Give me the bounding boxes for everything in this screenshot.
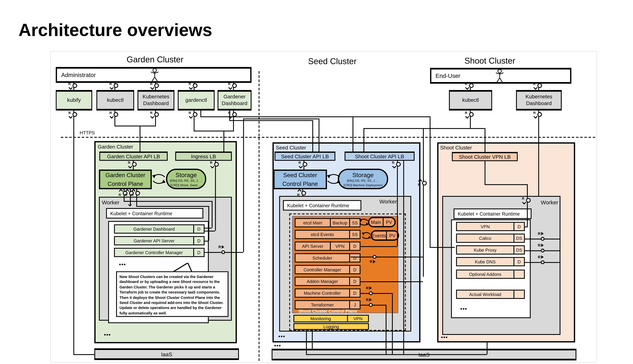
row-mid-badge: Backup	[331, 219, 350, 226]
row-badge: SS	[350, 219, 360, 226]
seed-sync-arrows-icon	[326, 173, 341, 185]
r-arrow-label: R	[370, 260, 377, 264]
garden-control-plane-label: Garden Cluster Control Plane	[100, 171, 150, 188]
row-label: Addon Manager	[296, 278, 350, 285]
garden-api-lb-label: Garden Cluster API LB	[107, 154, 160, 159]
lollipop-interface-icon	[221, 250, 225, 254]
seed-api-lb-label: Seed Cluster API LB	[281, 154, 329, 159]
tool-kubectl-garden: kubectl	[96, 90, 134, 110]
administrator-label: Administrator	[61, 72, 96, 78]
row-badge	[514, 290, 524, 298]
port-icon-r-down: R	[150, 83, 158, 90]
r-arrow-label: R	[538, 232, 545, 236]
connector-line	[204, 241, 208, 242]
row-label: Calico	[457, 234, 514, 242]
tool-kubernetes-dashboard-shoot: Kubernetes Dashboard	[516, 90, 562, 110]
pill-badge: PV	[387, 232, 398, 240]
shoot-row-actual-workload: Actual Workload	[456, 290, 525, 299]
connector-line	[243, 118, 244, 252]
https-boundary-line	[61, 137, 595, 138]
shoot-row-kube-dns: Kube DNS D	[456, 257, 525, 266]
garden-ingress-lb: Ingress LB	[175, 152, 232, 161]
row-label: Actual Workload	[457, 290, 514, 298]
connector-line	[361, 281, 423, 282]
shoot-pod-ellipsis: •••	[460, 306, 467, 312]
etcd-main-sync-icon	[359, 218, 369, 226]
connector-line	[363, 128, 364, 152]
row-label: Optional Addons	[457, 270, 514, 278]
port-icon-r-down: R	[128, 162, 136, 169]
row-label: Monitoring	[294, 316, 348, 322]
connector-line	[392, 293, 393, 354]
row-badge: D	[350, 289, 360, 297]
seed-control-plane: Seed Cluster Control Plane	[273, 170, 327, 189]
r-arrow-label: R	[366, 286, 373, 290]
garden-storage-title: Storage	[167, 172, 205, 178]
garden-storage-k8s: [K8s] DS, RS, SS, J, ...	[167, 178, 205, 183]
connector-line	[200, 110, 201, 116]
row-mid-badge: VPN	[331, 242, 350, 250]
row-badge: D	[350, 254, 360, 262]
port-icon-r-down: R	[392, 162, 400, 169]
connector-line	[423, 128, 424, 277]
garden-cluster-header: Garden Cluster	[127, 55, 183, 64]
connector-line	[306, 331, 307, 354]
tool-gardenctl: gardenctl	[178, 90, 215, 110]
r-arrow-label: R	[538, 243, 545, 248]
connector-line	[194, 130, 234, 132]
shoot-control-plane-banner: Shoot Cluster Control Plane	[293, 309, 398, 313]
connector-line	[204, 230, 215, 232]
connector-line	[306, 354, 487, 355]
row-badge: D	[514, 223, 524, 230]
port-icon-r-down: R	[299, 162, 307, 169]
row-label: Machine Controller	[296, 289, 350, 297]
connector-line	[73, 110, 74, 354]
garden-storage-crd: [CRD] Shoot, Seed, ...	[167, 183, 205, 188]
garden-box-label: Garden Cluster	[98, 144, 133, 150]
row-label: Kube DNS	[457, 258, 514, 266]
administrator-actor-icon	[149, 68, 160, 82]
pill-label: Main	[369, 218, 384, 226]
port-icon-r-down: R	[465, 112, 473, 119]
row-badge: D	[194, 249, 204, 256]
connector-line	[430, 247, 455, 248]
port-icon-r-down: R	[465, 83, 473, 90]
connector-line	[114, 126, 156, 126]
tool-gardener-dashboard: Gardener Dashboard	[218, 90, 252, 110]
port-icon-r-down: R	[189, 83, 197, 90]
row-label: etcd Events	[296, 230, 350, 238]
seed-control-plane-label: Seed Cluster Control Plane	[275, 171, 326, 188]
https-label: HTTPS	[80, 130, 95, 135]
row-label: Gardener Controller Manager	[115, 249, 194, 256]
row-label: Gardener API Server	[115, 237, 194, 244]
lollipop-interface-icon	[541, 260, 544, 264]
connector-line	[212, 201, 213, 228]
seed-row-controller-manager: Controller Manager D	[295, 265, 361, 274]
port-icon-r-down: R	[210, 162, 219, 169]
seed-cluster-header: Seed Cluster	[308, 56, 357, 66]
seed-api-lb: Seed Cluster API LB	[275, 152, 335, 161]
connector-line	[353, 116, 353, 152]
port-icon-r-down: R	[68, 112, 77, 119]
lollipop-interface-icon	[541, 237, 544, 241]
tool-kubernetes-dashboard-shoot-label: Kubernetes Dashboard	[517, 94, 561, 107]
etcd-events-sync-icon	[361, 232, 371, 240]
shoot-vpn-lb-label: Shoot Cluster VPN LB	[459, 154, 511, 160]
shoot-row-calico: Calico DS	[456, 234, 525, 243]
row-label: Kube Proxy	[457, 246, 514, 254]
gardener-note: New Shoot Clusters can be created via th…	[116, 271, 228, 317]
row-label: Terraformer	[296, 301, 350, 308]
connector-line	[386, 305, 386, 354]
connector-line	[397, 161, 398, 246]
row-badge: D	[350, 278, 360, 285]
end-user-actor-icon	[494, 69, 506, 83]
connector-line	[224, 130, 224, 152]
garden-worker-label: Worker	[102, 199, 119, 206]
garden-iaas-label: IaaS	[161, 351, 172, 357]
garden-storage: Storage [K8s] DS, RS, SS, J, ... [CRD] S…	[166, 169, 206, 189]
connector-line	[363, 128, 485, 129]
garden-box-ellipsis: •••	[104, 332, 111, 338]
tool-kubernetes-dashboard-garden-label: Kubernetes Dashboard	[138, 94, 173, 107]
below-seed-ellipsis: •••	[274, 342, 281, 349]
seed-storage-k8s: [K8s] DS, RS, SS, J, ...	[339, 178, 387, 183]
